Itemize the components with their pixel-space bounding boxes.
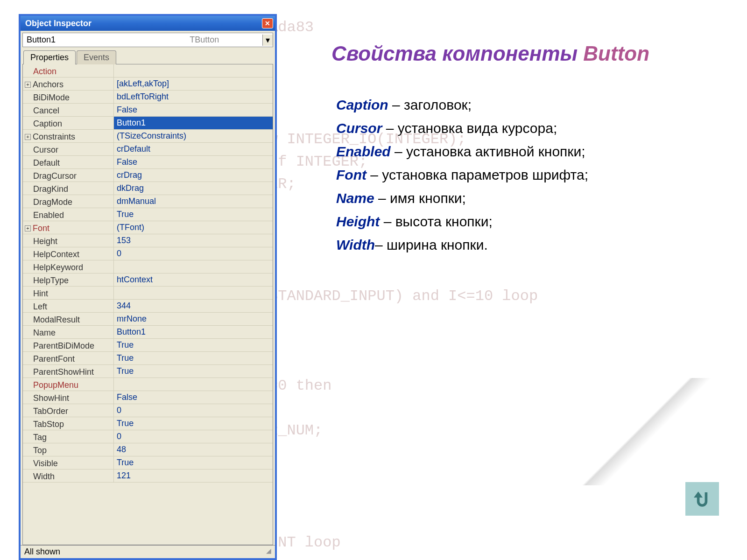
- property-row[interactable]: DragCursorcrDrag: [23, 169, 273, 182]
- property-row[interactable]: Left344: [23, 300, 273, 313]
- property-row[interactable]: Tag0: [23, 430, 273, 443]
- property-value[interactable]: True: [114, 417, 273, 430]
- property-name: Action: [23, 64, 114, 77]
- property-row[interactable]: Action: [23, 64, 273, 77]
- property-row[interactable]: TabStopTrue: [23, 417, 273, 430]
- property-row[interactable]: Height153: [23, 234, 273, 247]
- property-value[interactable]: mrNone: [114, 313, 273, 325]
- property-value[interactable]: [114, 64, 273, 77]
- window-titlebar[interactable]: Object Inspector ✕: [21, 16, 275, 31]
- property-name: ParentBiDiMode: [23, 339, 114, 351]
- property-row[interactable]: ModalResultmrNone: [23, 313, 273, 326]
- property-row[interactable]: ParentBiDiModeTrue: [23, 339, 273, 352]
- decorative-fold: [537, 378, 747, 485]
- property-name: Height: [23, 234, 114, 247]
- property-row[interactable]: TabOrder0: [23, 404, 273, 417]
- property-value[interactable]: 0: [114, 247, 273, 260]
- property-row[interactable]: DragModedmManual: [23, 195, 273, 208]
- property-value[interactable]: htContext: [114, 273, 273, 286]
- property-row[interactable]: HelpTypehtContext: [23, 273, 273, 287]
- property-value[interactable]: 121: [114, 469, 273, 482]
- resize-grip-icon[interactable]: ◢: [266, 547, 271, 557]
- property-grid[interactable]: Action+Anchors[akLeft,akTop]BiDiModebdLe…: [22, 64, 273, 545]
- property-value[interactable]: Button1: [114, 117, 273, 129]
- heading-component: Button: [583, 42, 649, 65]
- property-row[interactable]: CursorcrDefault: [23, 143, 273, 156]
- back-button[interactable]: [685, 482, 719, 516]
- property-row[interactable]: ShowHintFalse: [23, 391, 273, 404]
- property-value[interactable]: True: [114, 339, 273, 351]
- property-value[interactable]: bdLeftToRight: [114, 91, 273, 103]
- property-row[interactable]: ParentShowHintTrue: [23, 365, 273, 378]
- property-row[interactable]: HelpContext0: [23, 247, 273, 260]
- property-value[interactable]: (TSizeConstraints): [114, 130, 273, 142]
- property-name: Width: [23, 469, 114, 482]
- object-inspector-window: Object Inspector ✕ Button1 TButton ▾ Pro…: [19, 14, 277, 560]
- property-value[interactable]: [akLeft,akTop]: [114, 77, 273, 90]
- property-value[interactable]: True: [114, 208, 273, 221]
- property-row[interactable]: DragKinddkDrag: [23, 182, 273, 195]
- tab-events[interactable]: Events: [77, 50, 116, 64]
- property-name: Top: [23, 443, 114, 456]
- property-value[interactable]: 0: [114, 404, 273, 417]
- property-row[interactable]: BiDiModebdLeftToRight: [23, 91, 273, 104]
- property-row[interactable]: +Constraints(TSizeConstraints): [23, 130, 273, 143]
- property-value[interactable]: crDrag: [114, 169, 273, 182]
- expand-icon[interactable]: +: [25, 225, 31, 231]
- property-value[interactable]: (TFont): [114, 221, 273, 234]
- property-row[interactable]: CaptionButton1: [23, 117, 273, 130]
- property-row[interactable]: Width121: [23, 469, 273, 483]
- description-line: Font – установка параметров шрифта;: [336, 163, 700, 187]
- property-value[interactable]: dmManual: [114, 195, 273, 208]
- property-row[interactable]: HelpKeyword: [23, 260, 273, 273]
- chevron-down-icon[interactable]: ▾: [262, 35, 273, 46]
- property-row[interactable]: ParentFontTrue: [23, 352, 273, 365]
- property-definition: – установка параметров шрифта;: [366, 167, 588, 182]
- expand-icon[interactable]: +: [25, 134, 31, 140]
- property-value[interactable]: 153: [114, 234, 273, 247]
- property-value[interactable]: True: [114, 365, 273, 378]
- property-definition: – установка активной кнопки;: [391, 144, 585, 159]
- property-definition: – имя кнопки;: [374, 190, 466, 206]
- property-value[interactable]: 0: [114, 430, 273, 443]
- property-value[interactable]: Button1: [114, 326, 273, 338]
- property-row[interactable]: EnabledTrue: [23, 208, 273, 221]
- property-name: +Constraints: [23, 130, 114, 142]
- property-value[interactable]: False: [114, 156, 273, 168]
- property-value[interactable]: False: [114, 391, 273, 404]
- property-row[interactable]: PopupMenu: [23, 378, 273, 391]
- property-row[interactable]: CancelFalse: [23, 104, 273, 117]
- property-value[interactable]: dkDrag: [114, 182, 273, 195]
- property-row[interactable]: VisibleTrue: [23, 456, 273, 469]
- property-row[interactable]: Hint: [23, 287, 273, 300]
- property-value[interactable]: [114, 378, 273, 391]
- property-name: Tag: [23, 430, 114, 443]
- description-line: Enabled – установка активной кнопки;: [336, 140, 700, 163]
- property-value[interactable]: [114, 260, 273, 273]
- property-row[interactable]: DefaultFalse: [23, 156, 273, 169]
- property-term: Width: [336, 237, 375, 252]
- property-value[interactable]: 48: [114, 443, 273, 456]
- component-selector[interactable]: Button1 TButton ▾: [22, 33, 273, 47]
- property-row[interactable]: Top48: [23, 443, 273, 456]
- u-turn-icon: [689, 486, 715, 512]
- property-row[interactable]: +Anchors[akLeft,akTop]: [23, 77, 273, 91]
- property-value[interactable]: 344: [114, 300, 273, 312]
- property-row[interactable]: NameButton1: [23, 326, 273, 339]
- expand-icon[interactable]: +: [25, 82, 31, 88]
- property-name: DragCursor: [23, 169, 114, 182]
- tab-properties[interactable]: Properties: [23, 50, 76, 64]
- property-term: Cursor: [336, 120, 382, 136]
- property-value[interactable]: [114, 287, 273, 299]
- property-value[interactable]: True: [114, 352, 273, 364]
- property-value[interactable]: True: [114, 456, 273, 469]
- property-name: ParentFont: [23, 352, 114, 364]
- property-name: Enabled: [23, 208, 114, 221]
- tab-bar: Properties Events: [23, 50, 272, 64]
- status-text: All shown: [24, 547, 60, 557]
- property-value[interactable]: False: [114, 104, 273, 116]
- property-value[interactable]: crDefault: [114, 143, 273, 155]
- property-row[interactable]: +Font(TFont): [23, 221, 273, 234]
- property-name: HelpContext: [23, 247, 114, 260]
- close-icon[interactable]: ✕: [262, 18, 273, 28]
